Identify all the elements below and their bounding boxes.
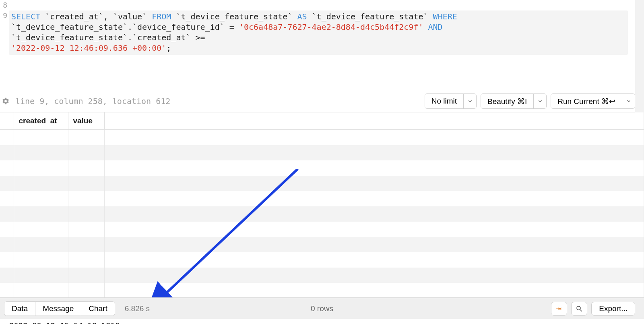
column-header-spacer <box>104 112 644 130</box>
gear-icon[interactable] <box>2 97 10 105</box>
table-alias: `t_device_feature_state` <box>312 12 428 21</box>
run-current-button[interactable]: Run Current ⌘↩ <box>551 93 635 109</box>
results-table[interactable]: created_at value <box>0 112 644 298</box>
search-icon <box>576 305 583 312</box>
kw-where: WHERE <box>428 12 457 21</box>
cursor-position: line 9, column 258, location 612 <box>15 96 170 106</box>
pin-button[interactable] <box>551 302 567 316</box>
table-row <box>0 130 644 145</box>
col-created-at: `created_at` <box>45 12 103 21</box>
column-header-created-at[interactable]: created_at <box>14 112 68 130</box>
log-line: - 2022-09-12 15:54:18.1810 <box>0 319 644 324</box>
table-row <box>0 222 644 237</box>
results-toolbar: Data Message Chart 6.826 s 0 rows Export… <box>0 298 644 319</box>
tab-data[interactable]: Data <box>4 302 35 316</box>
svg-point-1 <box>577 306 580 310</box>
beautify-label[interactable]: Beautify ⌘I <box>481 94 533 108</box>
results-body <box>0 130 644 298</box>
row-count: 0 rows <box>311 304 333 313</box>
table-row <box>0 145 644 160</box>
search-button[interactable] <box>571 302 587 316</box>
no-limit-button[interactable]: No limit <box>425 93 477 109</box>
beautify-caret[interactable] <box>533 94 546 108</box>
table-row <box>0 283 644 298</box>
timestamp-literal: '2022-09-12 12:46:09.636 +00:00' <box>11 43 166 53</box>
export-button[interactable]: Export... <box>591 302 635 316</box>
chevron-down-icon <box>467 98 473 104</box>
column-header-value[interactable]: value <box>68 112 104 130</box>
tab-message[interactable]: Message <box>35 302 81 316</box>
pin-icon <box>554 303 564 314</box>
run-current-label[interactable]: Run Current ⌘↩ <box>551 94 622 108</box>
uuid-literal: '0c6a48a7-7627-4ae2-8d84-d4c5b44f2c9f' <box>239 22 423 32</box>
results-pane: created_at value <box>0 112 644 298</box>
chevron-down-icon <box>537 98 543 104</box>
tab-chart[interactable]: Chart <box>81 302 114 316</box>
gutter-line-8: 8 <box>0 0 9 10</box>
where-col-2: `t_device_feature_state`.`created_at` >= <box>11 33 205 42</box>
semicolon: ; <box>166 43 171 53</box>
no-limit-caret[interactable] <box>463 94 476 108</box>
table-row <box>0 176 644 191</box>
no-limit-label[interactable]: No limit <box>425 94 463 108</box>
kw-select: SELECT <box>11 12 40 21</box>
row-number-header <box>0 112 14 130</box>
table-name: `t_device_feature_state` <box>176 12 292 21</box>
gutter-line-9: 9 <box>0 10 9 21</box>
svg-line-2 <box>580 309 582 312</box>
table-row <box>0 191 644 206</box>
kw-as: AS <box>292 12 312 21</box>
table-row <box>0 160 644 176</box>
run-current-caret[interactable] <box>622 94 635 108</box>
table-row <box>0 237 644 252</box>
editor-status-bar: line 9, column 258, location 612 No limi… <box>0 91 644 112</box>
table-row <box>0 206 644 222</box>
sql-editor[interactable]: 8 9 SELECT `created_at`, `value` FROM `t… <box>0 0 644 55</box>
col-value: `value` <box>113 12 147 21</box>
table-row <box>0 268 644 283</box>
where-col-1: `t_device_feature_state`.`device_feature… <box>11 22 239 32</box>
sql-statement[interactable]: SELECT `created_at`, `value` FROM `t_dev… <box>9 10 628 55</box>
kw-and: AND <box>423 22 443 32</box>
kw-from: FROM <box>147 12 176 21</box>
view-segmented-control[interactable]: Data Message Chart <box>4 301 115 316</box>
beautify-button[interactable]: Beautify ⌘I <box>481 93 547 109</box>
chevron-down-icon <box>626 98 632 104</box>
execution-time: 6.826 s <box>125 304 150 313</box>
table-row <box>0 252 644 268</box>
